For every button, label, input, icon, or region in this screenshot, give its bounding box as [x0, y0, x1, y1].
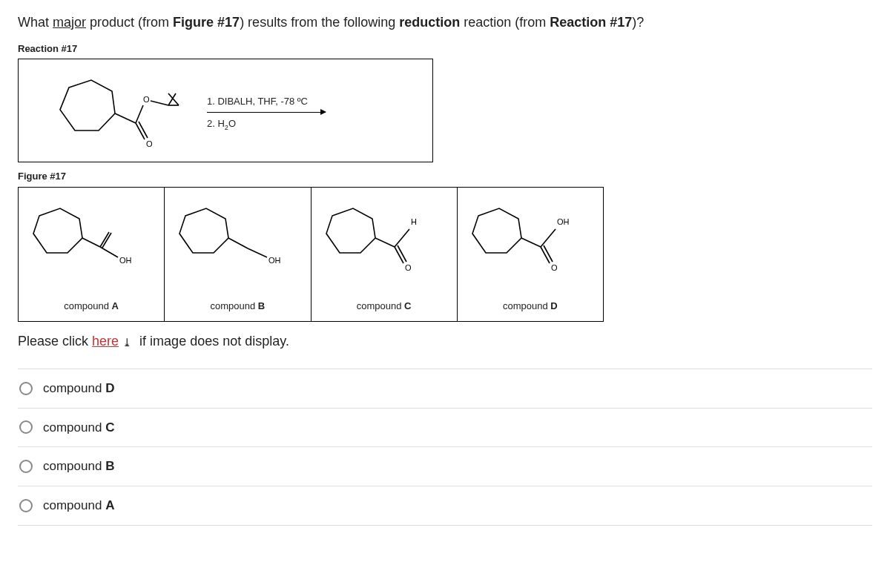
svg-text:O: O — [146, 139, 153, 148]
svg-line-19 — [248, 248, 267, 257]
help-prefix: Please click — [18, 334, 92, 348]
fallback-link[interactable]: here — [92, 334, 119, 348]
reaction-label: Reaction #17 — [18, 42, 872, 56]
q-mid2: ) results from the following — [240, 15, 399, 30]
svg-line-15 — [100, 247, 118, 257]
compound-b-label: compound B — [165, 300, 310, 313]
compound-c-structure: H O — [314, 192, 455, 288]
condition-1: 1. DIBALH, THF, -78 ºC — [207, 95, 326, 108]
option-a[interactable]: compound A — [18, 486, 872, 526]
svg-text:OH: OH — [268, 256, 281, 265]
svg-line-18 — [228, 238, 248, 248]
compound-d-label: compound D — [458, 300, 603, 313]
option-b-label: compound B — [43, 457, 114, 475]
q-mid1: product (from — [86, 15, 173, 30]
svg-text:H: H — [411, 217, 417, 226]
svg-text:OH: OH — [557, 217, 570, 226]
compound-a-structure: OH — [22, 192, 162, 288]
q-prefix: What — [18, 15, 53, 30]
svg-text:OH: OH — [119, 256, 132, 265]
figure-cell-a: OH compound A — [19, 188, 165, 321]
help-suffix: if image does not display. — [136, 334, 289, 348]
figure-cell-d: OH O compound D — [458, 188, 603, 321]
reaction-box: O O 1. DIBALH, THF, -78 ºC 2. H2O — [18, 59, 433, 162]
question-text: What major product (from Figure #17) res… — [18, 13, 872, 32]
svg-line-5 — [151, 101, 168, 105]
radio-b[interactable] — [19, 460, 33, 473]
reactant-structure: O O — [47, 73, 180, 154]
figure-cell-b: OH compound B — [165, 188, 311, 321]
image-fallback-text: Please click here ⤓ if image does not di… — [18, 332, 872, 351]
svg-marker-21 — [326, 208, 375, 253]
svg-marker-0 — [60, 80, 115, 131]
q-bold2: reduction — [399, 15, 460, 30]
compound-a-label: compound A — [19, 300, 164, 313]
q-bold1: Figure #17 — [173, 15, 240, 30]
compound-c-label: compound C — [312, 300, 457, 313]
svg-line-29 — [521, 238, 541, 247]
q-underlined: major — [53, 15, 86, 30]
q-mid3: reaction (from — [460, 15, 550, 30]
radio-a[interactable] — [19, 499, 33, 512]
radio-d[interactable] — [19, 382, 33, 395]
svg-marker-28 — [472, 208, 521, 253]
figure-row: OH compound A OH compound B — [18, 187, 604, 322]
option-d-label: compound D — [43, 380, 114, 397]
q-suffix: )? — [632, 15, 644, 30]
svg-line-1 — [115, 113, 136, 123]
option-c[interactable]: compound C — [18, 409, 872, 448]
svg-text:O: O — [405, 263, 412, 272]
h2o-pre: 2. H — [207, 118, 225, 129]
download-icon[interactable]: ⤓ — [122, 336, 132, 348]
svg-line-22 — [375, 238, 395, 247]
figure-label: Figure #17 — [18, 170, 872, 183]
h2o-post: O — [228, 118, 236, 129]
compound-d-structure: OH O — [461, 192, 601, 288]
figure-cell-c: H O compound C — [312, 188, 458, 321]
answer-options: compound D compound C compound B compoun… — [18, 369, 872, 526]
svg-line-12 — [82, 238, 100, 247]
reaction-conditions: 1. DIBALH, THF, -78 ºC 2. H2O — [207, 93, 326, 133]
svg-text:O: O — [551, 263, 558, 272]
option-b[interactable]: compound B — [18, 447, 872, 486]
svg-marker-17 — [179, 208, 228, 253]
svg-line-25 — [395, 229, 409, 247]
condition-2: 2. H2O — [207, 117, 326, 132]
compound-b-structure: OH — [168, 192, 309, 288]
svg-line-4 — [136, 105, 143, 123]
option-c-label: compound C — [43, 419, 114, 437]
radio-c[interactable] — [19, 420, 33, 434]
q-bold3: Reaction #17 — [550, 15, 632, 30]
reaction-arrow — [207, 112, 326, 113]
option-d[interactable]: compound D — [18, 369, 872, 409]
svg-text:O: O — [143, 95, 150, 104]
svg-marker-11 — [33, 208, 82, 253]
svg-line-32 — [541, 229, 556, 247]
option-a-label: compound A — [43, 497, 114, 515]
